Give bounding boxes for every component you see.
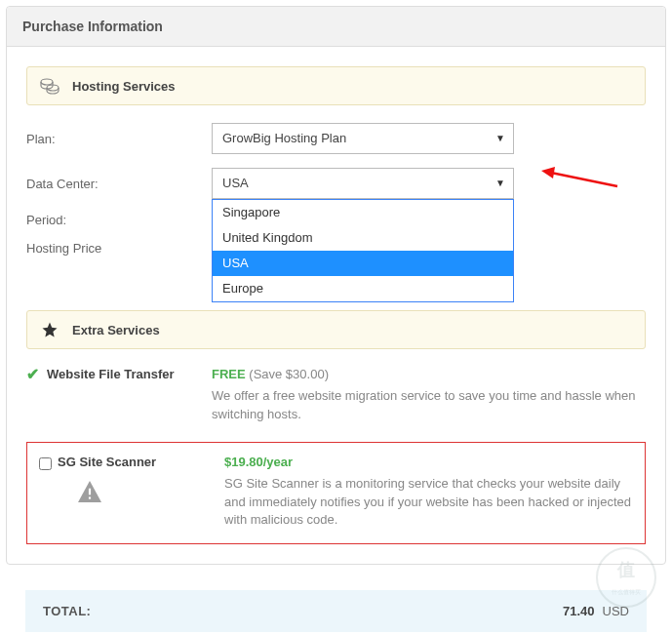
website-file-transfer-row: ✔ Website File Transfer FREE (Save $30.0… <box>26 367 646 424</box>
period-label: Period: <box>26 213 212 227</box>
hosting-section-title: Hosting Services <box>72 79 176 94</box>
star-icon <box>37 319 62 340</box>
file-transfer-desc: We offer a free website migration servic… <box>212 387 646 424</box>
plan-row: Plan: GrowBig Hosting Plan ▼ <box>26 123 646 154</box>
coins-icon <box>37 75 62 97</box>
svg-rect-2 <box>89 488 91 495</box>
svg-marker-5 <box>541 167 555 178</box>
dc-option-europe[interactable]: Europe <box>213 276 513 301</box>
total-currency: USD <box>603 604 629 618</box>
purchase-panel: Purchase Information Hosting Services Pl… <box>6 6 666 565</box>
sg-scanner-title: SG Site Scanner <box>58 455 156 469</box>
file-transfer-save: (Save $30.00) <box>249 367 329 381</box>
total-label: TOTAL: <box>43 604 91 618</box>
plan-select[interactable]: GrowBig Hosting Plan ▼ <box>212 123 514 154</box>
dc-option-singapore[interactable]: Singapore <box>213 200 513 225</box>
hosting-price-label: Hosting Price <box>26 241 212 256</box>
chevron-down-icon: ▼ <box>495 124 505 153</box>
extra-services-band: Extra Services <box>26 310 646 349</box>
sg-scanner-checkbox[interactable] <box>39 457 52 470</box>
sg-scanner-highlight-box: SG Site Scanner $19.80/year SG Site Scan… <box>26 442 646 545</box>
datacenter-label: Data Center: <box>26 177 212 191</box>
sg-scanner-desc: SG Site Scanner is a monitoring service … <box>224 475 633 531</box>
totals-bar: TOTAL: 71.40 USD <box>25 590 647 632</box>
datacenter-value: USA <box>222 176 249 190</box>
panel-title: Purchase Information <box>7 7 665 47</box>
svg-point-0 <box>41 79 53 85</box>
dc-option-usa[interactable]: USA <box>213 251 513 276</box>
file-transfer-free: FREE <box>212 367 246 381</box>
chevron-down-icon: ▼ <box>495 169 505 198</box>
hosting-services-band: Hosting Services <box>26 66 646 105</box>
plan-value: GrowBig Hosting Plan <box>222 131 346 145</box>
extras-section-title: Extra Services <box>72 323 160 337</box>
svg-rect-3 <box>89 496 91 498</box>
extras-section: Extra Services ✔ Website File Transfer F… <box>26 310 646 544</box>
warning-icon <box>76 480 224 509</box>
file-transfer-title: Website File Transfer <box>47 367 175 381</box>
total-amount: 71.40 <box>563 604 595 618</box>
datacenter-select[interactable]: USA ▼ <box>212 168 514 199</box>
totals-section: TOTAL: 71.40 USD <box>6 590 666 632</box>
dc-option-uk[interactable]: United Kingdom <box>213 225 513 251</box>
datacenter-dropdown[interactable]: Singapore United Kingdom USA Europe <box>212 199 514 302</box>
panel-body: Hosting Services Plan: GrowBig Hosting P… <box>7 47 665 564</box>
sg-scanner-price: $19.80/year <box>224 455 633 469</box>
svg-line-4 <box>551 173 617 186</box>
plan-label: Plan: <box>26 132 212 146</box>
arrow-annotation-icon <box>541 165 619 197</box>
check-icon: ✔ <box>26 367 39 382</box>
